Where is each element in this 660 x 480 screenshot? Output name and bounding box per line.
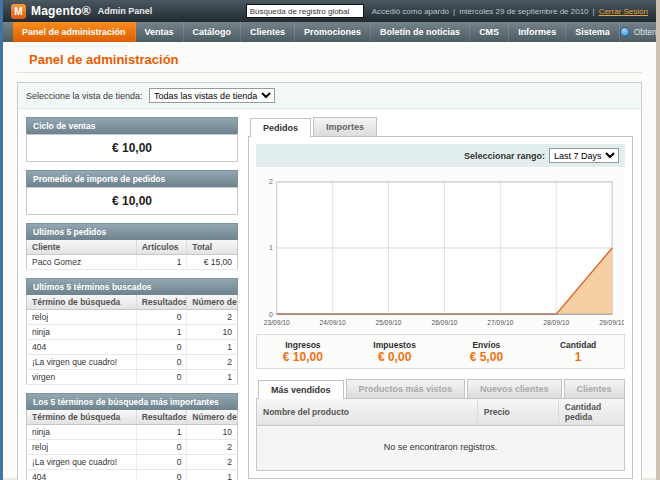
top-search-terms-title: Los 5 términos de búsqueda más important…	[26, 393, 238, 410]
column-header: Resultados	[136, 295, 187, 310]
nav-item-system[interactable]: Sistema	[566, 22, 620, 42]
table-row: 40401	[27, 340, 238, 355]
table-cell: ¡La virgen que cuadro!	[27, 355, 137, 370]
last-orders-widget: Ultimos 5 pedidos ClienteArtículosTotal …	[26, 223, 238, 270]
last-search-terms-title: Ultimos 5 términos buscados	[26, 278, 238, 295]
lifetime-sales-widget: Ciclo de ventas € 10,00	[26, 117, 238, 162]
table-row: 40401	[27, 470, 238, 480]
table-cell: reloj	[27, 310, 137, 325]
stat-shipping-label: Envíos	[441, 340, 533, 350]
dashboard-container: Seleccione la vista de tienda: Todas las…	[17, 82, 642, 480]
table-header-row: Término de búsquedaResultadosNúmero de u…	[27, 410, 238, 425]
table-row: ninja110	[27, 325, 238, 340]
svg-text:0: 0	[269, 311, 273, 318]
table-cell: reloj	[27, 440, 137, 455]
svg-text:27/09/10: 27/09/10	[487, 319, 513, 326]
meta-separator: |	[593, 7, 595, 16]
average-orders-title: Promedio de importe de pedidos	[26, 170, 238, 187]
tab-orders[interactable]: Pedidos	[250, 118, 311, 137]
table-cell: ¡La virgen que cuadro!	[27, 455, 137, 470]
svg-text:29/09/10: 29/09/10	[599, 319, 624, 326]
nav-item-newsletter[interactable]: Boletín de noticias	[371, 22, 470, 42]
table-cell: Paco Gomez	[27, 255, 137, 270]
logo-title: Magento®	[31, 4, 91, 18]
lifetime-sales-value: € 10,00	[26, 134, 238, 162]
last-search-terms-table: Término de búsquedaResultadosNúmero de u…	[26, 295, 238, 385]
stat-shipping-value: € 5,00	[441, 350, 533, 364]
range-select[interactable]: Last 7 Days	[549, 148, 619, 163]
magento-logo: M Magento® Admin Panel	[11, 4, 152, 19]
stat-revenue: Ingresos € 10,00	[257, 340, 349, 364]
stat-tax-value: € 0,00	[349, 350, 441, 364]
main-dashboard-column: Pedidos Importes Seleccionar rango: Last…	[248, 117, 633, 479]
column-header: Término de búsqueda	[27, 295, 137, 310]
table-row: reloj02	[27, 310, 238, 325]
column-header: Número de usos	[187, 410, 238, 425]
table-cell: 404	[27, 470, 137, 480]
table-cell: € 15,00	[187, 255, 238, 270]
table-header-row: Término de búsquedaResultadosNúmero de u…	[27, 295, 238, 310]
window-border-left	[0, 0, 3, 480]
store-view-select[interactable]: Todas las vistas de tienda	[149, 88, 275, 103]
table-header-row: Nombre del productoPrecioCantidad pedida	[257, 399, 625, 426]
column-header: Cliente	[27, 240, 137, 255]
table-cell: 0	[136, 470, 187, 480]
tab-amounts[interactable]: Importes	[313, 117, 377, 136]
nav-item-reports[interactable]: Informes	[509, 22, 566, 42]
nav-item-promotions[interactable]: Promociones	[295, 22, 371, 42]
table-cell: virgen	[27, 370, 137, 385]
orders-chart: 01223/09/1024/09/1025/09/1026/09/1027/09…	[257, 174, 624, 330]
chart-panel: Seleccionar rango: Last 7 Days 01223/09/…	[248, 137, 633, 479]
table-cell: ninja	[27, 325, 137, 340]
tab-bestsellers[interactable]: Más vendidos	[258, 380, 344, 399]
table-header-row: ClienteArtículosTotal	[27, 240, 238, 255]
top-header-bar: M Magento® Admin Panel Accedió como apar…	[3, 0, 656, 22]
table-cell: 1	[136, 425, 187, 440]
table-cell: 2	[187, 310, 238, 325]
column-header: Total	[187, 240, 238, 255]
nav-item-customers[interactable]: Clientes	[241, 22, 295, 42]
get-help-link[interactable]: Obtener ayuda para esta página	[620, 22, 660, 42]
table-cell: 0	[136, 310, 187, 325]
meta-separator: |	[453, 7, 455, 16]
svg-text:26/09/10: 26/09/10	[431, 319, 457, 326]
column-header: Artículos	[136, 240, 187, 255]
column-header: Nombre del producto	[257, 399, 478, 426]
top-search-terms-table: Término de búsquedaResultadosNúmero de u…	[26, 410, 238, 480]
tab-most-viewed[interactable]: Productos más vistos	[346, 379, 466, 398]
tab-new-customers[interactable]: Nuevos clientes	[467, 379, 562, 398]
global-search-input[interactable]	[246, 4, 364, 18]
table-row: ninja110	[27, 425, 238, 440]
orders-chart-area: 01223/09/1024/09/1025/09/1026/09/1027/09…	[256, 167, 625, 332]
admin-page: M Magento® Admin Panel Accedió como apar…	[3, 0, 656, 478]
stat-tax-label: Impuestos	[349, 340, 441, 350]
content-area: Panel de administración Seleccione la vi…	[3, 42, 656, 480]
column-header: Número de usos	[187, 295, 238, 310]
table-cell: 0	[136, 370, 187, 385]
svg-text:2: 2	[269, 178, 273, 185]
table-cell: 0	[136, 355, 187, 370]
column-header: Cantidad pedida	[558, 399, 624, 426]
stat-quantity-value: 1	[532, 350, 624, 364]
stat-revenue-label: Ingresos	[257, 340, 349, 350]
average-orders-value: € 10,00	[26, 187, 238, 215]
table-cell: 1	[187, 470, 238, 480]
nav-item-dashboard[interactable]: Panel de administración	[13, 22, 136, 42]
window-border-right	[656, 0, 660, 480]
main-nav: Panel de administración Ventas Catálogo …	[3, 22, 656, 42]
nav-item-catalog[interactable]: Catálogo	[184, 22, 242, 42]
nav-item-sales[interactable]: Ventas	[136, 22, 184, 42]
products-tabs: Más vendidos Productos más vistos Nuevos…	[256, 379, 625, 399]
table-cell: 10	[187, 325, 238, 340]
tab-customers[interactable]: Clientes	[564, 379, 625, 398]
lifetime-sales-title: Ciclo de ventas	[26, 117, 238, 134]
nav-item-cms[interactable]: CMS	[470, 22, 509, 42]
stat-quantity: Cantidad 1	[532, 340, 624, 364]
svg-text:23/09/10: 23/09/10	[264, 319, 290, 326]
table-cell: 0	[136, 455, 187, 470]
logout-link[interactable]: Cerrar Sesión	[599, 7, 648, 16]
table-cell: 1	[187, 370, 238, 385]
page-title: Panel de administración	[29, 52, 642, 67]
table-cell: 10	[187, 425, 238, 440]
totals-bar: Ingresos € 10,00 Impuestos € 0,00 Envíos…	[256, 334, 625, 369]
